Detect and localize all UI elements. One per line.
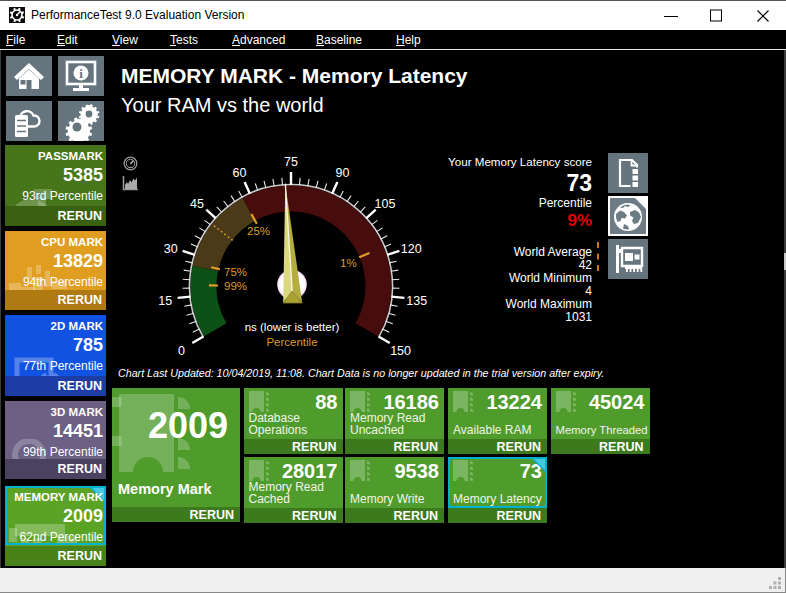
svg-text:15: 15 [158, 294, 172, 308]
svg-text:60: 60 [233, 166, 247, 180]
svg-text:75%: 75% [224, 266, 247, 278]
svg-text:30: 30 [164, 242, 178, 256]
svg-text:i: i [79, 66, 83, 81]
svg-text:150: 150 [390, 344, 411, 358]
svg-text:99%: 99% [224, 280, 247, 292]
svg-text:0: 0 [178, 344, 185, 358]
svg-text:90: 90 [336, 166, 350, 180]
svg-text:25%: 25% [247, 225, 270, 237]
svg-text:105: 105 [375, 197, 396, 211]
svg-text:1%: 1% [340, 257, 357, 269]
svg-text:45: 45 [190, 197, 204, 211]
svg-text:75: 75 [284, 155, 298, 169]
